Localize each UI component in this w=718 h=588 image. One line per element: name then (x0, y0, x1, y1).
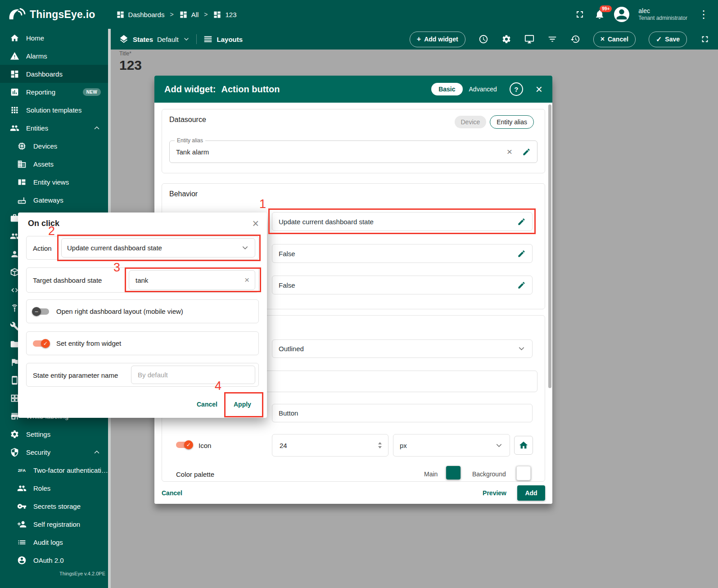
entity-alias-toggle[interactable]: Entity alias (490, 115, 534, 129)
avatar[interactable] (614, 7, 629, 22)
popup-cancel-button[interactable]: Cancel (197, 401, 217, 408)
entity-views-icon (17, 177, 27, 187)
target-state-input[interactable] (135, 276, 242, 285)
sidebar-item-solution-templates[interactable]: Solution templates (0, 101, 108, 119)
user-icon (614, 7, 629, 22)
icon-size-field[interactable] (272, 434, 388, 457)
dialog-scrollbar[interactable] (548, 104, 551, 388)
add-button[interactable]: Add (517, 485, 545, 501)
breadcrumb-dashboards[interactable]: Dashboards (116, 10, 165, 19)
sidebar-item-devices[interactable]: Devices (0, 137, 108, 155)
main-color-swatch[interactable] (446, 466, 461, 479)
param-name-input[interactable] (137, 371, 249, 379)
sidebar-item-security[interactable]: Security (0, 443, 108, 461)
chevron-down-icon (517, 344, 526, 353)
dialog-cancel-button[interactable]: Cancel (162, 489, 182, 497)
gear-icon[interactable] (501, 34, 511, 44)
states-select[interactable]: States Default (119, 34, 190, 44)
edit-icon[interactable] (522, 148, 531, 156)
set-entity-toggle[interactable]: ✓ (33, 340, 49, 347)
monitor-icon[interactable] (524, 34, 534, 44)
sidebar-item-home[interactable]: Home (0, 29, 108, 47)
layouts-button[interactable]: Layouts (203, 34, 243, 44)
sidebar-item-entity-views[interactable]: Entity views (0, 173, 108, 191)
sidebar-item-secrets-storage[interactable]: Secrets storage (0, 497, 108, 515)
check-icon: ✓ (43, 340, 48, 347)
action-row: Action Update current dashboard state (26, 236, 259, 260)
on-click-action-field[interactable]: Update current dashboard state (272, 212, 533, 231)
fullscreen-icon[interactable] (700, 34, 710, 44)
notifications-button[interactable]: 99+ (594, 9, 605, 20)
edit-icon[interactable] (517, 217, 526, 226)
apply-button[interactable]: Apply (234, 401, 251, 408)
sidebar-item-alarms[interactable]: Alarms (0, 47, 108, 65)
sidebar-item-roles[interactable]: Roles (0, 479, 108, 497)
key-icon (17, 502, 27, 511)
help-button[interactable]: ? (510, 82, 523, 96)
clear-icon[interactable]: × (507, 146, 512, 157)
preview-button[interactable]: Preview (483, 489, 506, 497)
param-name-row: State entity parameter name (26, 363, 259, 387)
sidebar-item-self-registration[interactable]: Self registration (0, 515, 108, 533)
edit-icon[interactable] (517, 249, 526, 258)
close-popup-icon[interactable]: × (252, 217, 259, 230)
breadcrumb: Dashboards > All > 123 (116, 10, 237, 19)
icon-picker-button[interactable] (514, 436, 533, 455)
breadcrumb-current[interactable]: 123 (213, 10, 236, 19)
sidebar-item-dashboards[interactable]: Dashboards (0, 65, 108, 83)
mobile-layout-toggle[interactable]: – (33, 308, 49, 315)
sidebar-item-entities[interactable]: Entities (0, 119, 108, 137)
icon-unit-value: px (400, 442, 495, 449)
sidebar-item-settings[interactable]: Settings (0, 425, 108, 443)
sidebar-item-two-factor[interactable]: 2FATwo-factor authenticati… (0, 461, 108, 479)
datasource-heading: Datasource (169, 116, 206, 124)
entity-alias-field[interactable]: Entity alias Tank alarm × (169, 140, 537, 163)
user-role: Tenant administrator (638, 15, 687, 21)
gateway-icon (17, 195, 27, 205)
logo-icon (6, 5, 26, 24)
sidebar-item-oauth[interactable]: OAuth 2.0 (0, 551, 108, 569)
warning-icon (10, 51, 19, 61)
edit-icon[interactable] (517, 281, 526, 289)
sidebar-item-gateways[interactable]: Gateways (0, 191, 108, 209)
target-state-label: Target dashboard state (33, 276, 102, 284)
tab-advanced[interactable]: Advanced (469, 86, 497, 93)
logo[interactable]: ThingsEye.io (0, 5, 95, 24)
behavior-field-3[interactable]: False (272, 276, 533, 294)
stepper-icons[interactable] (378, 442, 382, 448)
filter-icon[interactable] (547, 34, 557, 44)
icon-size-input[interactable] (279, 441, 375, 450)
tab-basic[interactable]: Basic (431, 83, 462, 95)
more-menu-icon[interactable]: ⋮ (696, 8, 711, 21)
clock-icon[interactable] (479, 34, 488, 44)
target-state-field[interactable]: × (129, 270, 255, 290)
color-palette-label: Color palette (176, 470, 214, 478)
behavior-field-2[interactable]: False (272, 244, 533, 263)
report-icon (10, 87, 19, 97)
app-header: ThingsEye.io Dashboards > All > 123 99+ … (0, 0, 718, 29)
add-widget-button[interactable]: + Add widget (410, 32, 465, 47)
icon-toggle[interactable]: ✓ (176, 442, 192, 448)
cancel-edit-button[interactable]: × Cancel (593, 32, 636, 47)
history-icon[interactable] (570, 34, 580, 44)
clear-icon[interactable]: × (244, 275, 249, 285)
breadcrumb-all[interactable]: All (179, 10, 199, 19)
fullscreen-icon[interactable] (574, 9, 585, 20)
close-dialog-icon[interactable]: × (536, 83, 542, 95)
device-toggle[interactable]: Device (455, 116, 487, 128)
sidebar-item-reporting[interactable]: ReportingNEW (0, 83, 108, 101)
behavior-field-2-value: False (279, 250, 517, 258)
icon-unit-select[interactable]: px (393, 434, 510, 457)
save-button[interactable]: ✓ Save (649, 32, 687, 47)
target-state-row: Target dashboard state × (26, 267, 259, 293)
button-label-field[interactable]: Button (272, 404, 533, 422)
style-select[interactable]: Outlined (272, 339, 533, 358)
sidebar-item-audit-logs[interactable]: Audit logs (0, 533, 108, 551)
param-name-field[interactable] (131, 366, 255, 384)
sidebar-item-assets[interactable]: Assets (0, 155, 108, 173)
background-color-swatch[interactable] (516, 466, 531, 480)
home-icon (10, 33, 19, 43)
chevron-down-icon (183, 36, 190, 43)
action-select[interactable]: Update current dashboard state (61, 238, 255, 258)
app-version: ThingsEye v.4.2.0PE (59, 571, 105, 576)
